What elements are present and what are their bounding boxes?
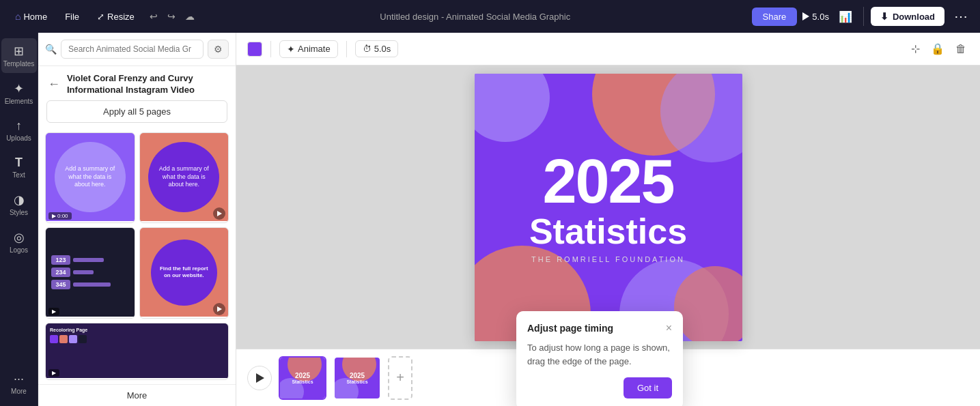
card-year: 2025 <box>529 151 687 212</box>
sidebar-item-logos[interactable]: ◎ Logos <box>1 224 37 259</box>
duration-display: 5.0s <box>812 12 829 22</box>
color-swatch-coral <box>59 335 68 343</box>
home-button[interactable]: ⌂ Home <box>8 8 54 25</box>
back-button[interactable]: ← <box>46 76 61 93</box>
more-options-button[interactable]: ⋯ <box>950 5 972 27</box>
search-icon: 🔍 <box>45 44 57 55</box>
t1-circle: Add a summary of what the data is about … <box>55 142 126 213</box>
animate-button[interactable]: ✦ Animate <box>279 40 338 58</box>
file-button[interactable]: File <box>58 9 86 25</box>
t3-num-3: 345 <box>51 280 70 289</box>
template-thumb-2[interactable]: Add a summary of what the data is about … <box>139 132 229 224</box>
styles-icon: ◑ <box>14 192 25 207</box>
styles-label: Styles <box>10 209 28 216</box>
timing-popup: Adjust page timing × To adjust how long … <box>516 311 683 406</box>
card-foundation: THE ROMRIELL FOUNDATION <box>529 255 687 263</box>
logos-label: Logos <box>10 246 28 254</box>
popup-header: Adjust page timing × <box>527 322 672 334</box>
elements-icon: ✦ <box>14 81 24 96</box>
canvas-right-icons: ⊹ 🔒 🗑 <box>908 40 969 58</box>
page-preview-2: 2025 Statistics <box>335 358 380 398</box>
color-picker[interactable] <box>247 42 262 57</box>
cloud-save-button[interactable]: ☁ <box>181 8 199 25</box>
logos-icon: ◎ <box>14 230 25 245</box>
filter-button[interactable]: ⚙ <box>208 40 229 59</box>
play-timeline-button[interactable] <box>247 366 272 390</box>
page-thumb-2[interactable]: 2025 Statistics <box>333 356 381 400</box>
undo-button[interactable]: ↩ <box>145 8 162 25</box>
t5-colors <box>50 335 224 343</box>
file-label: File <box>65 12 79 22</box>
template-thumb-4[interactable]: Find the full report on our website. <box>139 227 229 319</box>
canvas-area: ✦ Animate ⏱ 5.0s ⊹ 🔒 🗑 <box>236 33 980 406</box>
sidebar-item-more[interactable]: ··· More <box>1 366 37 401</box>
sidebar-item-uploads[interactable]: ↑ Uploads <box>1 113 37 147</box>
sidebar-item-templates[interactable]: ⊞ Templates <box>1 38 37 73</box>
add-page-button[interactable]: + <box>388 356 412 400</box>
home-label: Home <box>23 12 47 22</box>
play-timeline-icon <box>256 373 264 383</box>
sidebar-item-elements[interactable]: ✦ Elements <box>1 76 37 111</box>
t1-text: Add a summary of what the data is about … <box>55 160 126 194</box>
analytics-button[interactable]: 📊 <box>835 8 856 26</box>
share-button[interactable]: Share <box>752 8 798 26</box>
elements-label: Elements <box>5 98 33 105</box>
t3-row-2: 234 <box>51 267 129 277</box>
document-title: Untitled design - Animated Social Media … <box>380 12 570 22</box>
sidebar-item-text[interactable]: T Text <box>1 150 37 184</box>
sidebar-icons: ⊞ Templates ✦ Elements ↑ Uploads T Text … <box>0 33 38 406</box>
page-thumb-1[interactable]: 2025 Statistics <box>279 356 326 400</box>
template-preview-3: 123 234 345 <box>46 228 135 317</box>
resize-button[interactable]: ⤢ Resize <box>90 9 141 25</box>
undo-redo-group: ↩ ↪ ☁ <box>145 8 199 25</box>
page1-text: 2025 Statistics <box>292 372 313 384</box>
card-text-group: 2025 Statistics THE ROMRIELL FOUNDATION <box>529 151 687 263</box>
color-swatch-lavender <box>69 335 77 343</box>
redo-button[interactable]: ↪ <box>163 8 180 25</box>
uploads-icon: ↑ <box>16 119 22 133</box>
t3-num-2: 234 <box>51 267 70 277</box>
template-thumb-3[interactable]: 123 234 345 ▶ <box>45 227 135 319</box>
circle-lavender-topleft <box>475 74 550 142</box>
popup-body: To adjust how long a page is shown, drag… <box>527 341 672 368</box>
lock-button[interactable]: 🔒 <box>928 40 947 58</box>
topbar-left: ⌂ Home File ⤢ Resize ↩ ↪ ☁ <box>8 8 199 25</box>
position-button[interactable]: ⊹ <box>908 40 923 58</box>
thumb-play-badge-1: ▶ 0:00 <box>48 212 72 220</box>
popup-close-button[interactable]: × <box>666 322 672 334</box>
page2-text: 2025 Statistics <box>346 372 367 384</box>
download-button[interactable]: ⬇ Download <box>871 7 944 26</box>
play-icon-4 <box>217 306 222 312</box>
duration-button[interactable]: ⏱ 5.0s <box>355 40 399 57</box>
sidebar-item-styles[interactable]: ◑ Styles <box>1 187 37 222</box>
delete-button[interactable]: 🗑 <box>953 40 969 58</box>
t3-bar-2 <box>73 270 94 274</box>
design-card[interactable]: 2025 Statistics THE ROMRIELL FOUNDATION <box>475 74 742 341</box>
t3-row-3: 345 <box>51 280 129 289</box>
more-section-label: More <box>127 390 148 401</box>
preview-play-button[interactable]: 5.0s <box>802 12 829 22</box>
topbar-divider <box>863 7 864 26</box>
top-bar: ⌂ Home File ⤢ Resize ↩ ↪ ☁ Untitled desi… <box>0 0 980 33</box>
template-preview-5: Recoloring Page <box>46 323 228 378</box>
download-icon: ⬇ <box>880 11 888 22</box>
play-icon-1: ▶ <box>52 213 56 219</box>
search-input[interactable] <box>61 40 204 59</box>
text-icon: T <box>15 156 23 170</box>
apply-all-button[interactable]: Apply all 5 pages <box>46 100 227 123</box>
thumb-play-badge-5: ▶ <box>48 369 59 377</box>
template-thumb-1[interactable]: Add a summary of what the data is about … <box>45 132 135 224</box>
template-thumb-5[interactable]: Recoloring Page ▶ <box>45 323 229 380</box>
got-it-button[interactable]: Got it <box>624 377 672 398</box>
template-name: Violet Coral Frenzy and Curvy Informatio… <box>67 73 227 96</box>
t3-row-1: 123 <box>51 255 129 265</box>
more-section[interactable]: More <box>38 384 236 406</box>
play-icon-2 <box>217 211 222 216</box>
search-bar: 🔍 ⚙ <box>38 33 236 66</box>
play-icon-5: ▶ <box>52 370 56 376</box>
template-preview-1: Add a summary of what the data is about … <box>46 133 135 222</box>
topbar-center: Untitled design - Animated Social Media … <box>204 10 746 23</box>
toolbar-separator-1 <box>270 41 271 57</box>
templates-grid: Add a summary of what the data is about … <box>38 128 236 384</box>
animate-icon: ✦ <box>287 44 295 55</box>
